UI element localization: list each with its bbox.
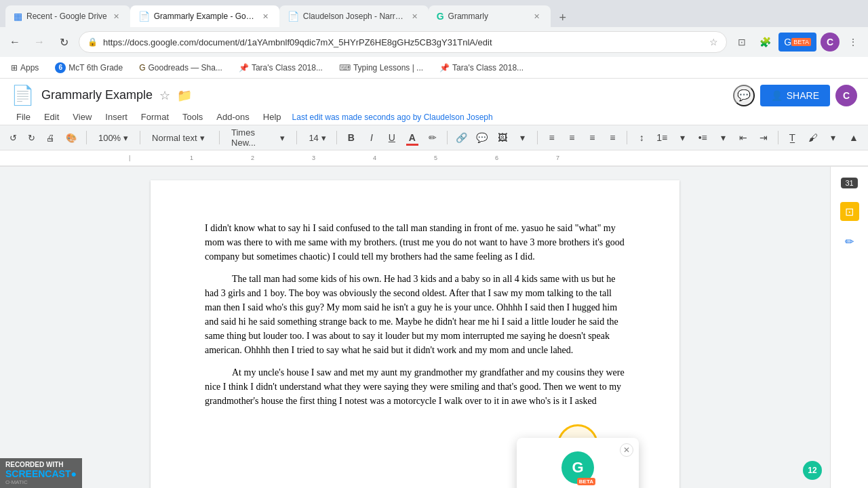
toolbar-sep-8 (627, 131, 627, 144)
menu-view[interactable]: View (67, 109, 97, 125)
highlight-button[interactable]: ✏ (424, 128, 441, 147)
forward-button[interactable]: → (30, 33, 49, 52)
align-justify-button[interactable]: ≡ (604, 128, 621, 147)
grammarly-popup: ✕ G BETA (517, 438, 639, 488)
text-color-button[interactable]: A (403, 128, 421, 147)
bold-button[interactable]: B (342, 128, 360, 147)
undo-button[interactable]: ↺ (5, 128, 21, 147)
font-size-chevron-icon: ▾ (321, 133, 326, 143)
increase-indent-button[interactable]: ⇥ (755, 128, 772, 147)
ruler-svg: | 1 2 3 4 5 6 7 (0, 150, 868, 167)
grammarly-count-badge[interactable]: 12 (803, 461, 822, 480)
comments-button[interactable]: 💬 (733, 85, 755, 106)
align-center-button[interactable]: ≡ (563, 128, 580, 147)
zoom-selector[interactable]: 100% ▾ (92, 128, 134, 147)
numbered-list-button[interactable]: 1≡ (653, 128, 671, 147)
underline-button[interactable]: U (383, 128, 401, 147)
paragraph-3[interactable]: At my uncle's house I saw and met my aun… (205, 365, 625, 408)
share-button[interactable]: 👤 SHARE (760, 85, 830, 106)
paragraph-2[interactable]: The tall man had some kids of his own. H… (205, 272, 625, 357)
numbered-list-chevron[interactable]: ▾ (673, 128, 691, 147)
comment-icon: 💬 (737, 89, 751, 102)
paragraph-1[interactable]: I didn't know what to say hi I said conf… (205, 221, 625, 264)
toggle-toolbar-button[interactable]: ▲ (845, 128, 863, 147)
docs-logo-icon: 📄 (11, 84, 35, 106)
back-button[interactable]: ← (5, 33, 24, 52)
font-size-value: 14 (309, 133, 318, 143)
user-avatar-header[interactable]: C (821, 33, 840, 52)
sidebar-yellow-badge[interactable]: ⊡ (837, 199, 862, 224)
tab-claudelson-joseph[interactable]: 📄 Claudelson Joseph - Narrative ... ✕ (279, 5, 429, 27)
bullet-list-chevron[interactable]: ▾ (714, 128, 732, 147)
extensions-button[interactable]: 🧩 (755, 33, 774, 52)
bookmark-taras-class[interactable]: 📌 Tara's Class 2018... (233, 62, 328, 74)
link-button[interactable]: 🔗 (453, 128, 471, 147)
reload-button[interactable]: ↻ (54, 33, 73, 52)
add-comment-button[interactable]: 💬 (473, 128, 491, 147)
text-style-chevron-icon: ▾ (200, 133, 205, 143)
bookmark-star-icon[interactable]: ☆ (709, 37, 718, 47)
tab-recent-google-drive[interactable]: ▦ Recent - Google Drive ✕ (5, 5, 130, 27)
folder-icon[interactable]: 📁 (177, 88, 192, 103)
cast-button[interactable]: ⊡ (732, 33, 751, 52)
decrease-indent-button[interactable]: ⇤ (734, 128, 752, 147)
bookmark-apps[interactable]: ⊞ Apps (5, 62, 44, 74)
format-paint-button[interactable]: 🎨 (62, 128, 81, 147)
screencast-sub: O·MATIC (5, 479, 77, 485)
address-bar[interactable]: 🔒 https://docs.google.com/document/d/1aY… (79, 31, 727, 53)
clear-formatting-button[interactable]: T̲ (784, 128, 802, 147)
highlight-color-chevron[interactable]: ▾ (825, 128, 842, 147)
menu-help[interactable]: Help (258, 109, 287, 125)
sidebar-blue-pencil[interactable]: ✏ (837, 229, 862, 253)
tab-grammarly-example[interactable]: 📄 Grammarly Example - Google ... ✕ (130, 5, 279, 27)
grammarly-g-letter: G (572, 459, 583, 476)
grammarly-tab-icon: G (437, 11, 444, 22)
tab-close-grammarly-example[interactable]: ✕ (260, 11, 271, 22)
svg-text:1: 1 (190, 155, 193, 161)
doc-title[interactable]: Grammarly Example (41, 88, 153, 102)
menu-edit[interactable]: Edit (39, 109, 64, 125)
tab-close-recent[interactable]: ✕ (111, 11, 122, 22)
document-scroll[interactable]: I didn't know what to say hi I said conf… (0, 167, 830, 488)
star-icon[interactable]: ☆ (159, 88, 170, 103)
bookmark-taras-class-2[interactable]: 📌 Tara's Class 2018... (434, 62, 529, 74)
apps-icon: ⊞ (11, 63, 18, 73)
menu-add-ons[interactable]: Add-ons (211, 109, 254, 125)
align-right-button[interactable]: ≡ (583, 128, 601, 147)
user-avatar[interactable]: C (835, 85, 857, 106)
redo-button[interactable]: ↻ (24, 128, 39, 147)
menu-insert[interactable]: Insert (100, 109, 133, 125)
bullet-list-button[interactable]: •≡ (694, 128, 711, 147)
highlight-color-button[interactable]: 🖌 (804, 128, 822, 147)
grammarly-extension-button[interactable]: G BETA (778, 33, 816, 52)
document-text[interactable]: I didn't know what to say hi I said conf… (205, 221, 625, 408)
align-left-button[interactable]: ≡ (543, 128, 561, 147)
tab-grammarly[interactable]: G Grammarly ✕ (429, 5, 551, 27)
mct-badge: 6 (55, 62, 66, 73)
bookmark-typing-lessons[interactable]: ⌨ Typing Lessons | ... (334, 62, 429, 74)
google-drive-tab-icon: ▦ (14, 11, 22, 22)
tab-close-grammarly[interactable]: ✕ (532, 11, 542, 22)
docs-tab3-icon: 📄 (288, 11, 299, 22)
bookmark-typing-label: Typing Lessons | ... (353, 63, 423, 73)
font-selector[interactable]: Times New... ▾ (225, 128, 291, 147)
insert-image-button[interactable]: 🖼 (494, 128, 511, 147)
insert-image-chevron[interactable]: ▾ (514, 128, 532, 147)
menu-file[interactable]: File (11, 109, 36, 125)
text-style-selector[interactable]: Normal text ▾ (146, 128, 214, 147)
new-tab-button[interactable]: + (553, 8, 572, 27)
svg-text:|: | (129, 155, 130, 161)
menu-tools[interactable]: Tools (177, 109, 208, 125)
menu-button[interactable]: ⋮ (844, 33, 863, 52)
line-spacing-button[interactable]: ↕ (633, 128, 650, 147)
font-size-selector[interactable]: 14 ▾ (302, 128, 331, 147)
menu-format[interactable]: Format (136, 109, 174, 125)
bookmark-goodreads[interactable]: G Goodreads — Sha... (134, 62, 228, 74)
print-button[interactable]: 🖨 (42, 128, 59, 147)
taras2-icon: 📌 (439, 63, 450, 73)
italic-button[interactable]: I (363, 128, 380, 147)
tab-close-claudelson[interactable]: ✕ (410, 11, 420, 22)
grammarly-logo-area: G BETA (528, 451, 628, 484)
bookmark-mct-6th-grade[interactable]: 6 McT 6th Grade (50, 61, 128, 75)
bookmark-taras2-label: Tara's Class 2018... (452, 63, 524, 73)
